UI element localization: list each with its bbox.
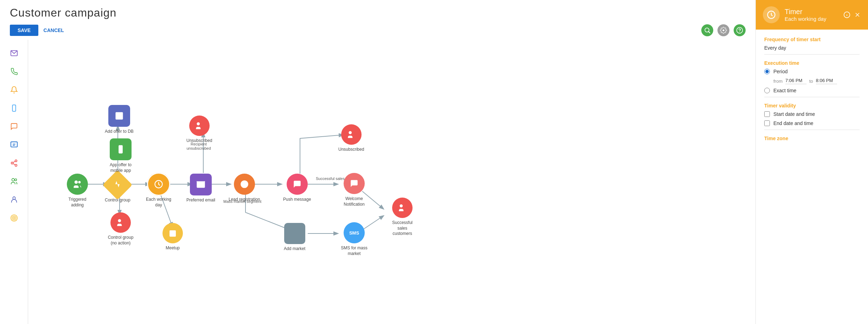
svg-rect-31 [115,112,123,120]
node-control-group[interactable]: Control group [105,174,130,203]
svg-point-13 [15,164,17,167]
node-push-message[interactable]: Push message [283,174,311,202]
node-sms-mass-market-label: SMS for mass market [338,245,370,256]
node-successful-sales-customers-label: Successful sales customers [390,220,415,237]
svg-point-17 [14,179,17,181]
svg-rect-40 [170,230,176,237]
help-icon-button[interactable] [734,24,746,36]
frequency-value: Every day [764,45,860,55]
svg-line-15 [13,161,15,163]
page-title: Customer campaign [10,6,746,19]
cancel-button[interactable]: CANCEL [44,27,64,33]
node-add-market[interactable]: Add market [284,223,305,252]
node-sms-mass-market[interactable]: SMS SMS for mass market [338,222,370,256]
mass-market-segment-label: Mass market segment [223,199,261,204]
exec-time-section: Period from 7:06 PM to 8:06 PM Exact tim… [764,69,860,93]
panel-close-button[interactable] [854,11,861,18]
panel-header-left: Timer Each working day [763,6,826,23]
node-preferred-email[interactable]: Preferred email [186,174,215,203]
svg-point-36 [118,219,121,222]
node-unsubscribed-right[interactable]: Unsubscribed [338,124,364,152]
canvas-container: Triggered adding Control group [0,40,755,324]
panel-header-icons [843,11,861,18]
panel-title-group: Timer Each working day [785,8,826,22]
panel-info-button[interactable] [843,11,850,18]
svg-point-4 [739,31,740,32]
svg-point-2 [723,30,725,31]
panel-header: Timer Each working day [756,0,868,30]
node-lead-registration[interactable]: Lead registration [229,174,260,202]
left-sidebar [0,40,28,324]
start-date-row[interactable]: Start date and time [764,111,860,117]
svg-rect-34 [119,145,123,153]
sidebar-target-icon[interactable] [6,210,22,226]
divider-2 [764,130,860,130]
node-push-message-label: Push message [283,197,311,202]
canvas-inner: Triggered adding Control group [28,40,415,322]
node-app-offer-mobile[interactable]: App offer to mobile app [105,138,136,173]
exact-time-radio[interactable] [764,88,770,93]
sidebar-bell-icon[interactable] [6,82,22,98]
settings-icon-button[interactable] [717,24,729,36]
period-radio[interactable] [764,69,770,74]
flowchart-canvas[interactable]: Triggered adding Control group [28,40,755,324]
to-value[interactable]: 8:06 PM [816,78,837,84]
svg-line-14 [13,163,15,165]
node-app-offer-mobile-label: App offer to mobile app [105,162,136,173]
sidebar-sms-icon[interactable] [6,137,22,152]
sidebar-email-icon[interactable] [6,45,22,61]
node-unsubscribed-right-label: Unsubscribed [338,147,364,152]
from-value[interactable]: 7:06 PM [785,78,806,84]
node-add-market-label: Add market [284,246,305,252]
search-icon-button[interactable] [701,24,713,36]
sidebar-phone-icon[interactable] [6,64,22,79]
end-date-label: End date and time [773,120,813,126]
start-date-checkbox[interactable] [764,111,770,117]
node-add-offer-db-label: Add offer to DB [105,129,134,135]
svg-point-29 [75,181,78,184]
header-right-icons [701,24,746,36]
sidebar-people-icon[interactable] [6,174,22,189]
timer-validity-section-title: Timer validity [764,103,860,108]
panel-subtitle: Each working day [785,16,826,22]
execution-time-section-title: Execution time [764,60,860,66]
sidebar-chat-icon[interactable] [6,119,22,134]
node-control-group-no-action-label: Control group (no action) [105,235,136,246]
period-radio-label: Period [773,69,787,74]
frequency-section-title: Frequency of timer start [764,37,860,42]
node-triggered-adding[interactable]: Triggered adding [62,174,93,208]
node-welcome-notification-label: Welcome Notification [338,196,370,207]
svg-point-12 [11,162,13,164]
exact-time-radio-label: Exact time [773,88,796,93]
to-label: to [809,79,813,84]
time-zone-section-title: Time zone [764,136,860,141]
svg-point-30 [78,181,81,183]
node-control-group-no-action[interactable]: Control group (no action) [105,212,136,246]
node-triggered-adding-label: Triggered adding [62,197,93,208]
panel-body: Frequency of timer start Every day Execu… [756,30,868,151]
sidebar-social-icon[interactable] [6,155,22,171]
end-date-checkbox[interactable] [764,120,770,126]
header-left-buttons: SAVE CANCEL [10,25,64,36]
sidebar-mobile-icon[interactable] [6,100,22,116]
node-add-offer-db[interactable]: Add offer to DB [105,105,134,135]
save-button[interactable]: SAVE [10,25,38,36]
sidebar-people2-icon[interactable] [6,192,22,207]
svg-point-11 [15,160,17,162]
svg-point-21 [13,217,15,219]
svg-point-47 [349,131,352,134]
time-range-row: from 7:06 PM to 8:06 PM [773,78,860,84]
node-meetup-label: Meetup [166,245,180,251]
panel-title: Timer [785,8,826,16]
exact-time-radio-row[interactable]: Exact time [764,88,860,93]
period-radio-row[interactable]: Period [764,69,860,74]
node-preferred-email-label: Preferred email [186,198,215,203]
svg-point-20 [12,216,16,220]
node-unsubscribed-top[interactable]: Unsubscribed [186,116,212,144]
node-meetup[interactable]: Meetup [162,223,183,251]
svg-line-1 [709,32,710,33]
end-date-row[interactable]: End date and time [764,120,860,126]
node-welcome-notification[interactable]: Welcome Notification [338,173,370,207]
node-each-working-day[interactable]: Each working day [143,174,174,208]
node-successful-sales-customers[interactable]: Successful sales customers [390,198,415,237]
